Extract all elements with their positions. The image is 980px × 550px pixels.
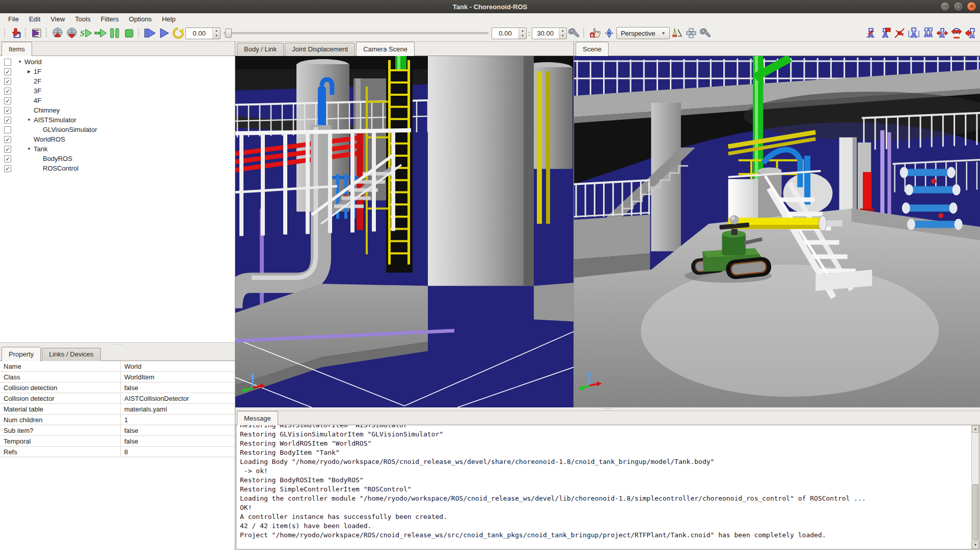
time-slider[interactable]: [224, 28, 488, 39]
robot-outline-icon: [907, 26, 920, 40]
left-panel: Items ▼ World ✓ ▶ 1F ✓ 2F ✓ 3F: [0, 42, 235, 550]
item-checkbox[interactable]: ✓: [4, 117, 11, 124]
simulation-resume-button[interactable]: S: [79, 26, 93, 40]
pose-swap-left-button[interactable]: [935, 26, 949, 40]
item-checkbox[interactable]: [4, 126, 11, 133]
simulation-restart-button[interactable]: [65, 26, 79, 40]
robot-outline-double-icon: [921, 26, 935, 40]
item-list-button[interactable]: [30, 26, 44, 40]
wireframe-view-button[interactable]: [684, 26, 698, 40]
tab-joint-displacement[interactable]: Joint Displacement: [285, 43, 355, 56]
menu-tools[interactable]: Tools: [70, 14, 95, 24]
item-checkbox[interactable]: ✓: [4, 78, 11, 85]
save-project-button[interactable]: [9, 26, 23, 40]
tree-item-2f[interactable]: ✓ 2F: [0, 76, 235, 86]
symmetric-pose-button[interactable]: [907, 26, 921, 40]
tab-property[interactable]: Property: [2, 347, 41, 361]
expander-icon[interactable]: ▼: [25, 147, 33, 151]
tree-item-roscontrol[interactable]: ✓ ROSControl: [0, 163, 235, 173]
camera-scene-viewport[interactable]: [235, 56, 574, 407]
expander-icon[interactable]: ▶: [25, 69, 33, 74]
menu-file[interactable]: File: [3, 14, 24, 24]
toolbar-grip[interactable]: [46, 28, 48, 38]
tab-links-devices[interactable]: Links / Devices: [42, 348, 100, 361]
titlebar: Tank - Choreonoid-ROS ─ ▢ ✕: [0, 0, 980, 13]
tab-message[interactable]: Message: [237, 411, 278, 425]
time-refresh-button[interactable]: [171, 26, 185, 40]
expander-icon[interactable]: ▼: [16, 60, 23, 64]
tab-camera-scene[interactable]: Camera Scene: [356, 42, 415, 56]
tree-item-4f[interactable]: ✓ 4F: [0, 96, 235, 105]
spin-steppers[interactable]: ▲▼: [519, 28, 526, 39]
toolbar-grip[interactable]: [138, 28, 141, 38]
tree-item-world[interactable]: ▼ World: [0, 57, 235, 67]
tree-item-chimney[interactable]: ✓ Chimney: [0, 105, 235, 115]
scrollbar-thumb[interactable]: [972, 484, 978, 540]
item-checkbox[interactable]: ✓: [4, 146, 11, 153]
zero-pose-button[interactable]: [892, 26, 907, 40]
tree-item-tank[interactable]: ✓ ▼ Tank: [0, 144, 235, 154]
move-to-origin-button[interactable]: [864, 26, 878, 40]
minimize-button[interactable]: ─: [940, 2, 950, 11]
pose-copy-left-button[interactable]: [964, 26, 978, 40]
tab-scene[interactable]: Scene: [576, 42, 609, 56]
play-resume-button[interactable]: [157, 26, 171, 40]
simulation-start-button[interactable]: [50, 26, 65, 40]
item-checkbox[interactable]: ✓: [4, 155, 11, 162]
log-line: Restoring BodyItem "Tank": [240, 448, 979, 457]
time-slider-handle[interactable]: [225, 29, 232, 38]
scene-config-button[interactable]: [698, 26, 713, 40]
toolbar-grip[interactable]: [583, 28, 586, 38]
menu-view[interactable]: View: [45, 14, 70, 24]
range-start-spinbox[interactable]: 0.00 ▲▼: [492, 28, 527, 39]
timebar-config-button[interactable]: [567, 26, 581, 40]
projection-mode-combobox[interactable]: Perspective ▼: [616, 27, 670, 39]
simulation-stop-button[interactable]: [122, 26, 136, 40]
expander-icon[interactable]: ▼: [25, 118, 33, 122]
scene-edit-mode-button[interactable]: E: [588, 26, 602, 40]
play-from-start-button[interactable]: [143, 26, 157, 40]
maximize-button[interactable]: ▢: [954, 2, 963, 11]
item-checkbox[interactable]: ✓: [4, 107, 11, 114]
tree-item-bodyros[interactable]: ✓ BodyROS: [0, 154, 235, 163]
scroll-up-icon[interactable]: ▲: [972, 425, 979, 433]
menu-help[interactable]: Help: [157, 14, 181, 24]
menu-edit[interactable]: Edit: [24, 14, 45, 24]
toolbar-grip[interactable]: [25, 28, 28, 38]
item-checkbox[interactable]: ✓: [4, 136, 11, 143]
range-separator: :: [527, 30, 532, 37]
item-checkbox[interactable]: ✓: [4, 68, 11, 75]
menu-filters[interactable]: Filters: [96, 14, 124, 24]
tree-item-aistsimulator[interactable]: ✓ ▼ AISTSimulator: [0, 115, 235, 125]
range-end-spinbox[interactable]: 30.00 ▲▼: [532, 28, 567, 39]
simulation-step-button[interactable]: [93, 26, 107, 40]
spin-steppers[interactable]: ▲▼: [212, 28, 220, 39]
tab-body-link[interactable]: Body / Link: [237, 43, 284, 56]
symmetric-mirror-button[interactable]: [921, 26, 935, 40]
initial-pose-button[interactable]: [878, 26, 892, 40]
tree-item-1f[interactable]: ✓ ▶ 1F: [0, 67, 235, 76]
tree-item-3f[interactable]: ✓ 3F: [0, 86, 235, 96]
item-checkbox[interactable]: ✓: [4, 165, 11, 172]
tree-item-glvisionsimulator[interactable]: GLVisionSimulator: [0, 125, 235, 134]
tab-items[interactable]: Items: [2, 42, 32, 56]
spin-steppers[interactable]: ▲▼: [559, 28, 566, 39]
menu-options[interactable]: Options: [124, 14, 157, 24]
simulation-pause-button[interactable]: [107, 26, 122, 40]
toolbar-grip[interactable]: [4, 28, 7, 38]
item-checkbox[interactable]: ✓: [4, 88, 11, 95]
tree-item-worldros[interactable]: ✓ WorldROS: [0, 134, 235, 144]
collision-visualization-button[interactable]: [670, 26, 684, 40]
close-button[interactable]: ✕: [967, 2, 976, 11]
scroll-down-icon[interactable]: ▼: [972, 541, 979, 549]
message-log[interactable]: Restoring AISTSimulatorItem "AISTSimulat…: [236, 425, 979, 549]
item-checkbox[interactable]: [4, 59, 11, 66]
pose-swap-both-button[interactable]: [949, 26, 964, 40]
message-scrollbar[interactable]: ▲ ▼: [971, 425, 979, 549]
panel-splitter[interactable]: ······: [0, 342, 235, 347]
first-person-mode-button[interactable]: [602, 26, 616, 40]
current-time-spinbox[interactable]: 0.00 ▲▼: [185, 28, 221, 39]
log-line: Restoring SimpleControllerItem "ROSContr…: [240, 485, 979, 494]
item-checkbox[interactable]: ✓: [4, 97, 11, 104]
scene-viewport[interactable]: [574, 56, 980, 407]
